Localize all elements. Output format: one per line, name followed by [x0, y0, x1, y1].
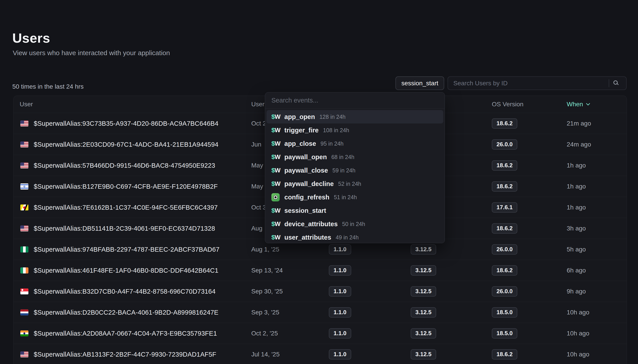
user-alias: $SuperwallAlias:57B466DD-9915-46D6-BAC8-…	[34, 162, 215, 169]
superwall-dollar-w-icon: $W	[271, 140, 284, 147]
table-row[interactable]: $SuperwallAlias:461F48FE-1AF0-46B0-8DBC-…	[14, 260, 626, 281]
when-value: 10h ago	[567, 309, 589, 316]
column-header-os-version: OS Version	[492, 96, 524, 113]
config-app-icon	[271, 193, 284, 202]
app-version-badge: 1.1.0	[329, 265, 351, 276]
event-option-user_attributes[interactable]: $Wuser_attributes49 in 24h	[266, 231, 443, 243]
user-since-value: Oct 3	[251, 204, 266, 211]
flag-us-icon	[20, 141, 28, 148]
when-value: 21m ago	[567, 120, 591, 127]
event-option-label: device_attributes	[284, 220, 338, 228]
user-since-value: Aug	[251, 225, 262, 232]
event-option-count: 51 in 24h	[334, 194, 357, 200]
when-value: 1h ago	[567, 162, 586, 169]
flag-us-icon	[20, 351, 28, 357]
os-version-badge: 26.0.0	[492, 286, 517, 296]
column-header-when-sort[interactable]: When	[567, 96, 589, 113]
user-alias: $SuperwallAlias:2E03CD09-67C1-4ADC-BA41-…	[34, 141, 218, 148]
user-alias: $SuperwallAlias:93C73B35-A937-4D20-86DB-…	[34, 120, 218, 127]
user-since-value: May	[251, 162, 263, 169]
user-alias: $SuperwallAlias:461F48FE-1AF0-46B0-8DBC-…	[34, 267, 218, 274]
user-since-value: Sep 30, '25	[251, 288, 283, 295]
superwall-dollar-w-icon: $W	[271, 207, 284, 214]
os-version-badge: 26.0.0	[492, 244, 517, 254]
search-divider	[609, 79, 609, 87]
stats-text: 50 times in the last 24 hrs	[12, 83, 84, 90]
user-since-value: Jul 14, '25	[251, 351, 280, 358]
os-version-badge: 17.6.1	[492, 202, 517, 212]
user-alias: $SuperwallAlias:7E6162B1-1C37-4C0E-94FC-…	[34, 204, 218, 211]
column-header-user: User	[20, 96, 33, 113]
event-option-session_start[interactable]: $Wsession_start	[266, 204, 443, 217]
event-option-count: 52 in 24h	[338, 181, 361, 187]
when-value: 9h ago	[567, 288, 586, 295]
event-option-config_refresh[interactable]: config_refresh51 in 24h	[266, 190, 443, 204]
flag-us-icon	[20, 225, 28, 231]
event-option-label: paywall_open	[284, 154, 327, 161]
user-since-value: Sep 3, '25	[251, 309, 279, 316]
user-alias: $SuperwallAlias:D2B0CC22-BACA-4061-9B2D-…	[34, 308, 218, 316]
page-subtitle: View users who have interacted with your…	[13, 49, 170, 57]
event-filter-button[interactable]: session_start	[396, 76, 444, 90]
sdk-version-badge: 3.12.5	[411, 349, 436, 360]
app-version-badge: 1.1.0	[329, 307, 351, 318]
user-since-value: Oct 2, '25	[251, 330, 278, 337]
superwall-dollar-w-icon: $W	[271, 113, 284, 120]
superwall-dollar-w-icon: $W	[271, 234, 284, 241]
event-option-trigger_fire[interactable]: $Wtrigger_fire108 in 24h	[266, 124, 443, 137]
table-row[interactable]: $SuperwallAlias:A2D08AA7-0667-4C04-A7F3-…	[14, 323, 626, 344]
user-since-value: Aug 1, '25	[251, 246, 279, 253]
event-option-count: 50 in 24h	[342, 221, 365, 227]
when-value: 5h ago	[567, 246, 586, 253]
when-value: 1h ago	[567, 183, 586, 190]
table-row[interactable]: $SuperwallAlias:AB1313F2-2B2F-44C7-9930-…	[14, 344, 626, 364]
sdk-version-badge: 3.12.5	[411, 244, 436, 254]
when-label: When	[567, 101, 583, 108]
events-search-box[interactable]	[265, 92, 445, 108]
event-option-label: app_open	[284, 113, 315, 120]
event-option-count: 128 in 24h	[320, 114, 346, 120]
event-option-count: 108 in 24h	[323, 127, 349, 134]
event-option-app_open[interactable]: $Wapp_open128 in 24h	[266, 110, 443, 124]
flag-sg-icon	[20, 288, 28, 294]
table-row[interactable]: $SuperwallAlias:D2B0CC22-BACA-4061-9B2D-…	[14, 302, 626, 323]
app-version-badge: 1.1.0	[329, 244, 351, 254]
event-option-app_close[interactable]: $Wapp_close95 in 24h	[266, 137, 443, 150]
superwall-dollar-w-icon: $W	[271, 180, 284, 187]
flag-nl-icon	[20, 309, 28, 315]
os-version-badge: 18.5.0	[492, 328, 517, 338]
user-alias: $SuperwallAlias:B127E9B0-C697-4CFB-AE9E-…	[34, 183, 218, 190]
app-version-badge: 1.1.0	[329, 328, 351, 338]
user-since-value: Sep 13, '24	[251, 267, 283, 274]
event-option-paywall_open[interactable]: $Wpaywall_open68 in 24h	[266, 150, 443, 164]
event-option-paywall_close[interactable]: $Wpaywall_close59 in 24h	[266, 164, 443, 177]
os-version-badge: 26.0.0	[492, 139, 517, 150]
event-option-paywall_decline[interactable]: $Wpaywall_decline52 in 24h	[266, 177, 443, 190]
user-alias: $SuperwallAlias:974BFABB-2297-4787-BEEC-…	[34, 246, 219, 253]
flag-bn-icon	[20, 204, 28, 210]
event-option-label: config_refresh	[284, 194, 329, 201]
event-option-label: session_start	[284, 207, 326, 214]
sdk-version-badge: 3.12.5	[411, 307, 436, 318]
os-version-badge: 18.6.2	[492, 118, 517, 129]
event-option-device_attributes[interactable]: $Wdevice_attributes50 in 24h	[266, 217, 443, 231]
event-option-label: paywall_close	[284, 167, 328, 174]
when-value: 3h ago	[567, 225, 586, 232]
user-since-value: Jun	[251, 141, 261, 148]
sdk-version-badge: 3.12.5	[411, 328, 436, 338]
user-search-input[interactable]	[448, 77, 626, 90]
os-version-badge: 18.6.2	[492, 160, 517, 170]
flag-ng-icon	[20, 246, 28, 252]
magnifier-icon[interactable]	[613, 80, 618, 85]
flag-il-icon: ✡	[20, 183, 28, 189]
table-row[interactable]: $SuperwallAlias:B32D7CB0-A4F7-44B2-8758-…	[14, 281, 626, 302]
page-title: Users	[12, 30, 50, 46]
flag-ie-icon	[20, 267, 28, 273]
superwall-dollar-w-icon: $W	[271, 126, 284, 134]
sdk-version-badge: 3.12.5	[411, 265, 436, 276]
superwall-dollar-w-icon: $W	[271, 220, 284, 228]
events-search-input[interactable]	[271, 97, 438, 104]
user-search-box[interactable]	[448, 76, 626, 90]
when-value: 10h ago	[567, 351, 589, 358]
flag-in-icon	[20, 330, 28, 336]
